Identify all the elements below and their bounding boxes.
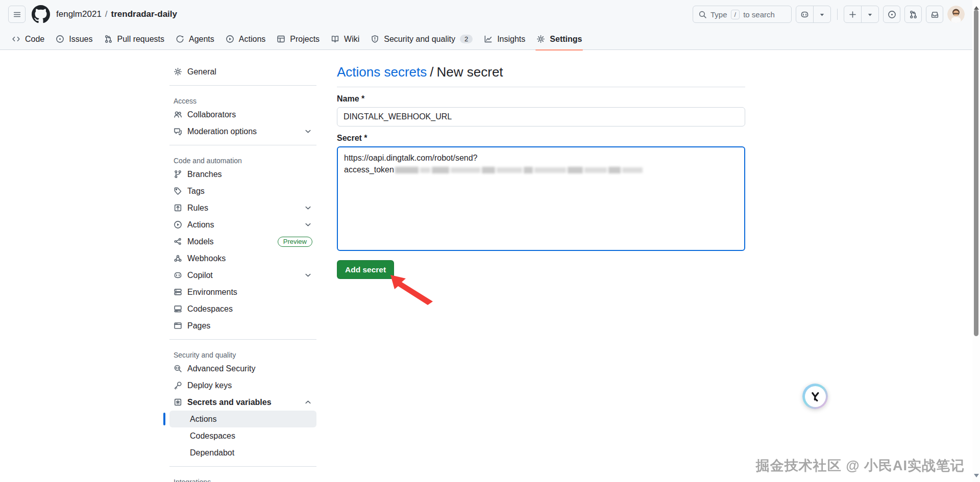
tab-security-and-quality[interactable]: Security and quality2 [365, 29, 478, 50]
sidebar-item-actions[interactable]: Actions [169, 411, 316, 427]
tab-label: Wiki [344, 35, 359, 44]
tab-issues[interactable]: Issues [50, 29, 98, 50]
table-icon [277, 35, 285, 43]
title-separator: / [430, 64, 433, 80]
page-scrollbar[interactable] [972, 0, 980, 482]
sidebar-item-deploy-keys[interactable]: Deploy keys [169, 377, 316, 394]
sidebar-item-dependabot[interactable]: Dependabot [169, 444, 316, 461]
breadcrumb-owner-link[interactable]: fenglm2021 [56, 9, 102, 19]
sidebar-item-webhooks[interactable]: Webhooks [169, 250, 316, 267]
sidebar-item-secrets-and-variables[interactable]: Secrets and variables [169, 394, 316, 411]
sidebar-section-header-code-and-automation: Code and automation [169, 150, 316, 166]
create-new-button-group [844, 6, 879, 23]
redacted-token [395, 167, 643, 173]
floating-gradient-logo[interactable] [802, 384, 828, 409]
chevron-down-icon [304, 271, 312, 280]
tab-actions[interactable]: Actions [220, 29, 271, 50]
tab-code[interactable]: Code [6, 29, 50, 50]
environments-icon [174, 288, 182, 296]
sidebar-item-advanced-security[interactable]: Advanced Security [169, 360, 316, 377]
secret-value-textarea[interactable]: https://oapi.dingtalk.com/robot/send? ac… [337, 146, 745, 251]
sidebar-item-copilot[interactable]: Copilot [169, 267, 316, 284]
three-bars-icon [13, 10, 21, 19]
title-divider [337, 87, 745, 87]
sidebar-divider [169, 339, 316, 340]
sidebar-item-codespaces[interactable]: Codespaces [169, 427, 316, 444]
chevron-down-icon [304, 220, 312, 229]
sidebar-item-collaborators[interactable]: Collaborators [169, 106, 316, 123]
scrollbar-thumb[interactable] [974, 10, 978, 336]
issue-opened-icon [888, 10, 896, 19]
avatar[interactable] [947, 6, 965, 23]
header-divider [837, 9, 838, 20]
sidebar-item-pages[interactable]: Pages [169, 317, 316, 334]
your-issues-button[interactable] [883, 6, 900, 23]
tab-projects[interactable]: Projects [271, 29, 325, 50]
copilot-caret-button[interactable] [813, 6, 830, 22]
tab-label: Code [25, 35, 44, 44]
tab-insights[interactable]: Insights [478, 29, 531, 50]
sidebar-item-codespaces[interactable]: Codespaces [169, 300, 316, 317]
pages-icon [174, 321, 182, 330]
your-pull-requests-button[interactable] [904, 6, 922, 23]
book-icon [331, 35, 339, 43]
settings-page: GeneralAccessCollaboratorsModeration opt… [163, 50, 817, 482]
tab-pull-requests[interactable]: Pull requests [99, 29, 170, 50]
repo-tab-nav: CodeIssuesPull requestsAgentsActionsProj… [0, 29, 980, 50]
github-logo-icon[interactable] [32, 5, 50, 23]
tab-label: Issues [69, 35, 92, 44]
agents-icon [176, 35, 184, 43]
sidebar-item-label: Codespaces [190, 432, 235, 441]
shield-icon [371, 35, 379, 43]
sidebar-item-models[interactable]: ModelsPreview [169, 233, 316, 250]
slash-key-hint: / [731, 10, 740, 19]
tab-agents[interactable]: Agents [170, 29, 220, 50]
sidebar-item-actions[interactable]: Actions [169, 216, 316, 233]
play-icon [226, 35, 234, 43]
create-new-caret-button[interactable] [861, 6, 878, 22]
hamburger-menu-button[interactable] [8, 6, 26, 23]
sidebar-item-tags[interactable]: Tags [169, 183, 316, 199]
graph-icon [484, 35, 493, 43]
tab-wiki[interactable]: Wiki [325, 29, 365, 50]
secret-name-input[interactable] [337, 107, 745, 126]
inbox-icon [930, 10, 939, 19]
sidebar-item-branches[interactable]: Branches [169, 166, 316, 183]
breadcrumb-repo-link[interactable]: trendradar-daily [111, 9, 177, 19]
git-pull-request-icon [104, 35, 113, 43]
scrollbar-up-arrow-icon[interactable] [974, 4, 979, 10]
sidebar-item-environments[interactable]: Environments [169, 284, 316, 300]
copilot-button[interactable] [796, 6, 813, 22]
chevron-down-icon [304, 204, 312, 212]
actions-secrets-link[interactable]: Actions secrets [337, 64, 427, 80]
sidebar-item-moderation-options[interactable]: Moderation options [169, 123, 316, 140]
issue-opened-icon [56, 35, 64, 43]
sidebar-item-label: Advanced Security [187, 364, 255, 373]
sidebar-item-label: Deploy keys [187, 381, 232, 390]
search-placeholder-pre: Type [710, 10, 727, 19]
search-input[interactable]: Type / to search [693, 6, 792, 23]
sidebar-item-general[interactable]: General [169, 63, 316, 80]
sidebar-item-label: Rules [187, 204, 208, 213]
codespaces-icon [174, 305, 182, 313]
watermark-text: 掘金技术社区 @ 小民AI实战笔记 [756, 456, 965, 475]
add-secret-button[interactable]: Add secret [337, 260, 394, 279]
tab-settings[interactable]: Settings [531, 29, 587, 50]
sidebar-section-header-access: Access [169, 91, 316, 106]
sidebar-item-label: General [187, 67, 216, 77]
secret-line-2-prefix: access_token [344, 165, 394, 174]
scrollbar-down-arrow-icon[interactable] [974, 474, 979, 480]
sidebar-item-rules[interactable]: Rules [169, 199, 316, 216]
git-branch-icon [174, 170, 182, 179]
tab-label: Agents [189, 35, 214, 44]
people-icon [174, 110, 182, 119]
tab-label: Insights [497, 35, 525, 44]
inbox-button[interactable] [926, 6, 943, 23]
sidebar-divider [169, 85, 316, 86]
main-content: Actions secrets/New secret Name * Secret… [337, 63, 745, 482]
tab-label: Pull requests [117, 35, 165, 44]
webhooks-icon [174, 254, 182, 263]
page-title: Actions secrets/New secret [337, 63, 745, 81]
create-new-button[interactable] [844, 6, 861, 22]
sidebar-item-label: Actions [187, 220, 214, 230]
